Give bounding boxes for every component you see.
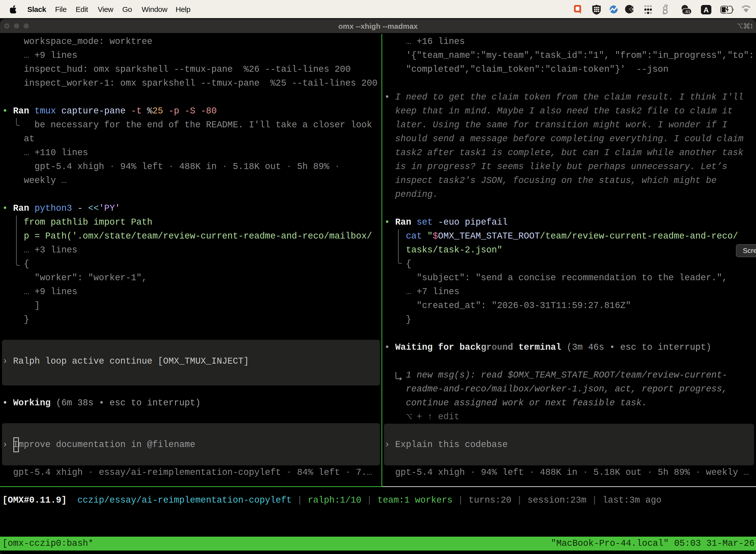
svg-text:1: 1 [750,22,753,30]
svg-text:..61: ..61 [683,9,690,14]
